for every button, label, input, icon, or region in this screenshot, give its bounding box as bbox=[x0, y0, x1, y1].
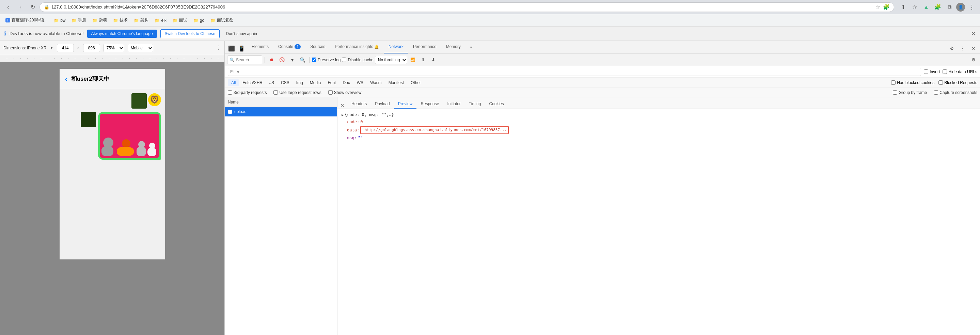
devtools-close-button[interactable]: ✕ bbox=[969, 43, 978, 54]
hide-data-urls-checkbox[interactable] bbox=[943, 70, 947, 74]
group-by-frame-label[interactable]: Group by frame bbox=[893, 90, 927, 95]
network-settings-button[interactable]: ⚙ bbox=[969, 56, 978, 64]
tab-more[interactable]: » bbox=[466, 41, 477, 54]
large-rows-checkbox[interactable] bbox=[274, 90, 278, 95]
vue-devtools-icon[interactable]: ▲ bbox=[921, 2, 931, 12]
bookmark-go[interactable]: 📁 go bbox=[191, 17, 207, 24]
has-blocked-cookies-checkbox[interactable] bbox=[891, 80, 896, 85]
star-button[interactable]: ☆ bbox=[910, 2, 920, 12]
bookmark-star-icon[interactable]: ☆ bbox=[875, 4, 880, 10]
third-party-label[interactable]: 3rd-party requests bbox=[228, 90, 267, 95]
extensions-puzzle-icon[interactable]: 🧩 bbox=[883, 4, 890, 10]
profile-avatar[interactable]: 👤 bbox=[956, 3, 965, 11]
chat-back-button[interactable]: ‹ bbox=[65, 74, 68, 84]
forward-button[interactable]: › bbox=[16, 2, 25, 12]
throttle-select[interactable]: No throttling Fast 3G Slow 3G bbox=[375, 56, 407, 64]
mode-select[interactable]: Mobile Desktop bbox=[128, 44, 153, 52]
export-button[interactable]: ⬇ bbox=[429, 56, 438, 64]
disable-cache-label[interactable]: Disable cache bbox=[342, 57, 373, 62]
search2-button[interactable]: 🔍 bbox=[298, 56, 307, 64]
blocked-requests-checkbox[interactable] bbox=[939, 80, 943, 85]
group-by-frame-checkbox[interactable] bbox=[893, 90, 897, 95]
dont-show-again-button[interactable]: Don't show again bbox=[223, 30, 260, 38]
type-css[interactable]: CSS bbox=[277, 79, 293, 86]
tab-sources[interactable]: Sources bbox=[305, 41, 330, 54]
type-js[interactable]: JS bbox=[266, 79, 277, 86]
chrome-menu-button[interactable]: ⋮ bbox=[967, 2, 977, 12]
tab-performance[interactable]: Performance bbox=[408, 41, 441, 54]
clear-button[interactable]: 🚫 bbox=[277, 56, 286, 64]
type-manifest[interactable]: Manifest bbox=[385, 79, 407, 86]
bookmark-translate[interactable]: T 百度翻译-200种语... bbox=[3, 16, 50, 24]
devtools-cursor-icon[interactable]: ⬛ bbox=[226, 43, 237, 54]
type-doc[interactable]: Doc bbox=[339, 79, 353, 86]
filter-input[interactable] bbox=[228, 68, 921, 76]
capture-screenshots-label[interactable]: Capture screenshots bbox=[934, 90, 977, 95]
bookmark-tech[interactable]: 📁 技术 bbox=[110, 16, 130, 24]
show-overview-checkbox[interactable] bbox=[328, 90, 332, 95]
tab-memory[interactable]: Memory bbox=[441, 41, 466, 54]
window-controls-icon[interactable]: ⧉ bbox=[945, 2, 954, 12]
search-box[interactable]: 🔍 bbox=[227, 56, 262, 64]
back-button[interactable]: ‹ bbox=[3, 2, 13, 12]
upload-row-checkbox[interactable] bbox=[228, 110, 232, 114]
tab-elements[interactable]: Elements bbox=[247, 41, 274, 54]
bookmark-misc[interactable]: 📁 杂项 bbox=[89, 16, 110, 24]
share-button[interactable]: ⬆ bbox=[898, 2, 908, 12]
disable-cache-checkbox[interactable] bbox=[342, 57, 346, 62]
match-language-button[interactable]: Always match Chrome's language bbox=[87, 30, 157, 38]
zoom-select[interactable]: 75% 50% 100% bbox=[103, 44, 124, 52]
extensions-icon[interactable]: 🧩 bbox=[933, 2, 943, 12]
bookmark-bw[interactable]: 📁 bw bbox=[51, 17, 68, 24]
dropdown-arrow-icon[interactable]: ▼ bbox=[50, 46, 54, 50]
width-input[interactable] bbox=[57, 44, 74, 52]
notification-close-button[interactable]: ✕ bbox=[971, 30, 976, 37]
capture-screenshots-checkbox[interactable] bbox=[934, 90, 938, 95]
tab-performance-insights[interactable]: Performance insights 🔔 bbox=[330, 41, 384, 54]
bookmark-arch[interactable]: 📁 架构 bbox=[131, 16, 151, 24]
search-input[interactable] bbox=[236, 57, 260, 62]
filter-button[interactable]: ▾ bbox=[288, 56, 297, 64]
tab-console[interactable]: Console 1 bbox=[274, 41, 305, 54]
address-bar[interactable]: 🔒 127.0.0.1:8080/chat/index.shtml?id=1&t… bbox=[40, 2, 894, 12]
blocked-requests-label[interactable]: Blocked Requests bbox=[939, 80, 977, 85]
import-button[interactable]: ⬆ bbox=[419, 56, 428, 64]
third-party-checkbox[interactable] bbox=[228, 90, 232, 95]
tab-network[interactable]: Network bbox=[384, 41, 408, 54]
devtools-device-icon[interactable]: 📱 bbox=[237, 43, 247, 54]
viewport-more-button[interactable]: ⋮ bbox=[216, 44, 221, 51]
detail-tab-response[interactable]: Response bbox=[417, 100, 443, 109]
detail-close-button[interactable]: ✕ bbox=[340, 102, 345, 109]
detail-tab-initiator[interactable]: Initiator bbox=[443, 100, 465, 109]
bookmark-elk[interactable]: 📁 elk bbox=[152, 17, 169, 24]
bookmark-handbook[interactable]: 📁 手册 bbox=[69, 16, 89, 24]
show-overview-label[interactable]: Show overview bbox=[328, 90, 362, 95]
type-img[interactable]: Img bbox=[293, 79, 307, 86]
devtools-more-button[interactable]: ⋮ bbox=[958, 43, 968, 54]
preserve-log-checkbox[interactable] bbox=[312, 57, 317, 62]
detail-tab-timing[interactable]: Timing bbox=[465, 100, 485, 109]
expand-arrow-1[interactable]: ▶ bbox=[342, 112, 344, 118]
type-all[interactable]: All bbox=[228, 79, 239, 86]
large-rows-label[interactable]: Use large request rows bbox=[274, 90, 321, 95]
invert-label[interactable]: Invert bbox=[924, 70, 940, 74]
refresh-button[interactable]: ↻ bbox=[28, 2, 37, 12]
switch-chinese-button[interactable]: Switch DevTools to Chinese bbox=[161, 29, 220, 38]
has-blocked-cookies-label[interactable]: Has blocked cookies bbox=[891, 80, 934, 85]
detail-tab-cookies[interactable]: Cookies bbox=[485, 100, 508, 109]
hide-data-urls-label[interactable]: Hide data URLs bbox=[943, 70, 977, 74]
invert-checkbox[interactable] bbox=[924, 70, 928, 74]
online-icon[interactable]: 📶 bbox=[409, 56, 417, 64]
type-media[interactable]: Media bbox=[307, 79, 325, 86]
bookmark-interview2[interactable]: 📁 面试复盘 bbox=[208, 16, 236, 24]
devtools-settings-button[interactable]: ⚙ bbox=[947, 43, 957, 54]
detail-tab-payload[interactable]: Payload bbox=[371, 100, 394, 109]
preserve-log-label[interactable]: Preserve log bbox=[312, 57, 340, 62]
detail-tab-preview[interactable]: Preview bbox=[394, 100, 417, 109]
type-ws[interactable]: WS bbox=[353, 79, 367, 86]
bookmark-interview[interactable]: 📁 面试 bbox=[170, 16, 190, 24]
type-fetch-xhr[interactable]: Fetch/XHR bbox=[239, 79, 266, 86]
detail-tab-headers[interactable]: Headers bbox=[347, 100, 371, 109]
record-button[interactable]: ⏺ bbox=[267, 56, 276, 64]
type-other[interactable]: Other bbox=[407, 79, 424, 86]
